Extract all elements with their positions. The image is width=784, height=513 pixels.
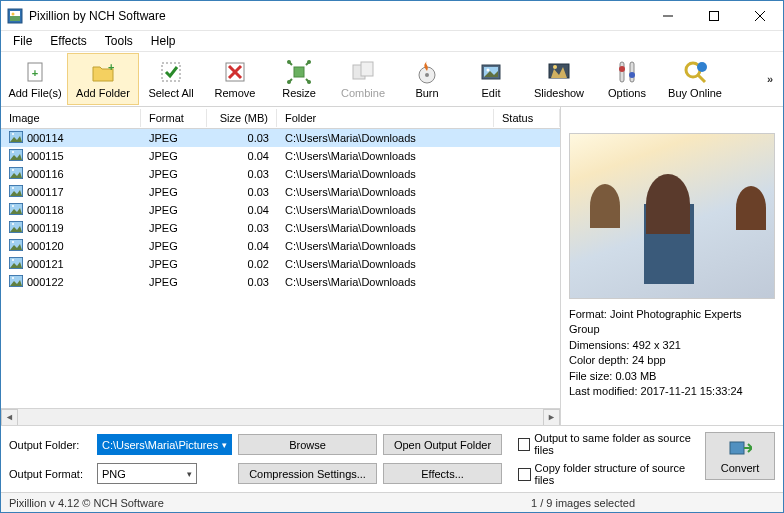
- close-button[interactable]: [737, 1, 783, 31]
- add-files-button[interactable]: + Add File(s): [3, 53, 67, 105]
- file-format: JPEG: [141, 239, 207, 253]
- table-body: 000114JPEG0.03C:\Users\Maria\Downloads00…: [1, 129, 560, 408]
- scroll-left-arrow[interactable]: ◄: [1, 409, 18, 426]
- col-image[interactable]: Image: [1, 109, 141, 127]
- file-name: 000120: [27, 240, 64, 252]
- preview-pane: Format: Joint Photographic Experts Group…: [561, 107, 783, 425]
- combine-button[interactable]: Combine: [331, 53, 395, 105]
- table-row[interactable]: 000121JPEG0.02C:\Users\Maria\Downloads: [1, 255, 560, 273]
- table-row[interactable]: 000118JPEG0.04C:\Users\Maria\Downloads: [1, 201, 560, 219]
- minimize-button[interactable]: [645, 1, 691, 31]
- buy-online-button[interactable]: Buy Online: [659, 53, 731, 105]
- col-size[interactable]: Size (MB): [207, 109, 277, 127]
- file-name: 000118: [27, 204, 64, 216]
- table-row[interactable]: 000119JPEG0.03C:\Users\Maria\Downloads: [1, 219, 560, 237]
- file-icon: [9, 221, 23, 235]
- col-status[interactable]: Status: [494, 109, 560, 127]
- file-name: 000114: [27, 132, 64, 144]
- same-folder-checkbox[interactable]: Output to same folder as source files: [518, 432, 699, 456]
- file-icon: [9, 185, 23, 199]
- file-list-pane: Image Format Size (MB) Folder Status 000…: [1, 107, 561, 425]
- file-size: 0.03: [207, 221, 277, 235]
- resize-button[interactable]: Resize: [267, 53, 331, 105]
- file-size: 0.03: [207, 167, 277, 181]
- effects-button[interactable]: Effects...: [383, 463, 502, 484]
- file-status: [494, 281, 560, 283]
- file-icon: [9, 167, 23, 181]
- svg-point-62: [12, 277, 14, 279]
- chevron-down-icon: ▾: [222, 440, 227, 450]
- buy-online-icon: [682, 59, 708, 85]
- svg-line-34: [698, 75, 705, 82]
- menu-file[interactable]: File: [5, 32, 40, 50]
- open-output-folder-button[interactable]: Open Output Folder: [383, 434, 502, 455]
- edit-icon: [478, 59, 504, 85]
- svg-point-19: [307, 80, 311, 84]
- file-status: [494, 137, 560, 139]
- file-icon: [9, 149, 23, 163]
- file-folder: C:\Users\Maria\Downloads: [277, 221, 494, 235]
- table-row[interactable]: 000117JPEG0.03C:\Users\Maria\Downloads: [1, 183, 560, 201]
- table-row[interactable]: 000120JPEG0.04C:\Users\Maria\Downloads: [1, 237, 560, 255]
- content-area: Image Format Size (MB) Folder Status 000…: [1, 107, 783, 425]
- file-icon: [9, 203, 23, 217]
- options-button[interactable]: Options: [595, 53, 659, 105]
- toolbar-overflow[interactable]: »: [759, 53, 781, 105]
- svg-point-18: [287, 80, 291, 84]
- output-settings: Output Folder: C:\Users\Maria\Pictures▾ …: [1, 426, 510, 492]
- copy-structure-checkbox[interactable]: Copy folder structure of source files: [518, 462, 699, 486]
- browse-button[interactable]: Browse: [238, 434, 377, 455]
- select-all-icon: [158, 59, 184, 85]
- options-icon: [614, 59, 640, 85]
- file-status: [494, 155, 560, 157]
- menu-help[interactable]: Help: [143, 32, 184, 50]
- scroll-right-arrow[interactable]: ►: [543, 409, 560, 426]
- svg-point-17: [307, 60, 311, 64]
- file-folder: C:\Users\Maria\Downloads: [277, 149, 494, 163]
- file-size: 0.03: [207, 185, 277, 199]
- file-size: 0.04: [207, 239, 277, 253]
- menu-tools[interactable]: Tools: [97, 32, 141, 50]
- file-name: 000117: [27, 186, 64, 198]
- svg-point-47: [12, 187, 14, 189]
- table-row[interactable]: 000116JPEG0.03C:\Users\Maria\Downloads: [1, 165, 560, 183]
- file-folder: C:\Users\Maria\Downloads: [277, 167, 494, 181]
- convert-button[interactable]: Convert: [705, 432, 775, 480]
- svg-point-35: [697, 62, 707, 72]
- remove-button[interactable]: Remove: [203, 53, 267, 105]
- col-format[interactable]: Format: [141, 109, 207, 127]
- edit-button[interactable]: Edit: [459, 53, 523, 105]
- file-folder: C:\Users\Maria\Downloads: [277, 257, 494, 271]
- col-folder[interactable]: Folder: [277, 109, 494, 127]
- file-icon: [9, 257, 23, 271]
- svg-point-23: [425, 73, 429, 77]
- status-version: Pixillion v 4.12 © NCH Software: [9, 497, 164, 509]
- select-all-button[interactable]: Select All: [139, 53, 203, 105]
- output-format-select[interactable]: PNG▾: [97, 463, 197, 484]
- output-folder-input[interactable]: C:\Users\Maria\Pictures▾: [97, 434, 232, 455]
- window-title: Pixillion by NCH Software: [29, 9, 645, 23]
- maximize-button[interactable]: [691, 1, 737, 31]
- horizontal-scrollbar[interactable]: ◄ ►: [1, 408, 560, 425]
- svg-text:+: +: [32, 67, 38, 79]
- svg-point-50: [12, 205, 14, 207]
- table-row[interactable]: 000114JPEG0.03C:\Users\Maria\Downloads: [1, 129, 560, 147]
- file-icon: [9, 131, 23, 145]
- svg-point-26: [487, 69, 490, 72]
- add-folder-button[interactable]: + Add Folder: [67, 53, 139, 105]
- file-folder: C:\Users\Maria\Downloads: [277, 131, 494, 145]
- file-folder: C:\Users\Maria\Downloads: [277, 275, 494, 289]
- titlebar: Pixillion by NCH Software: [1, 1, 783, 31]
- slideshow-button[interactable]: Slideshow: [523, 53, 595, 105]
- menu-effects[interactable]: Effects: [42, 32, 94, 50]
- compression-settings-button[interactable]: Compression Settings...: [238, 463, 377, 484]
- burn-button[interactable]: Burn: [395, 53, 459, 105]
- svg-point-30: [619, 66, 625, 72]
- file-format: JPEG: [141, 275, 207, 289]
- table-header: Image Format Size (MB) Folder Status: [1, 107, 560, 129]
- convert-icon: [728, 438, 752, 460]
- table-row[interactable]: 000115JPEG0.04C:\Users\Maria\Downloads: [1, 147, 560, 165]
- statusbar: Pixillion v 4.12 © NCH Software 1 / 9 im…: [1, 492, 783, 512]
- svg-point-16: [287, 60, 291, 64]
- table-row[interactable]: 000122JPEG0.03C:\Users\Maria\Downloads: [1, 273, 560, 291]
